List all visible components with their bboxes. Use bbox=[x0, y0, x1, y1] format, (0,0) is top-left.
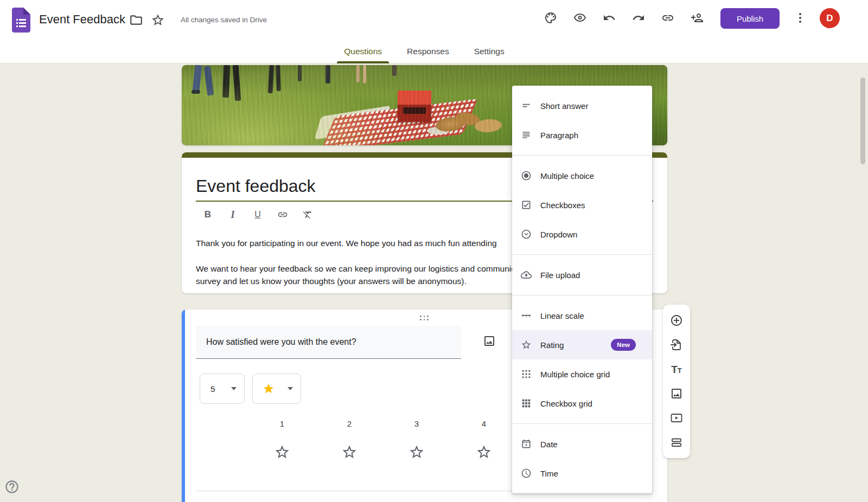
menu-item-multiple-choice[interactable]: Multiple choice bbox=[512, 161, 652, 190]
underline-button[interactable]: U bbox=[252, 208, 263, 221]
redo-button[interactable] bbox=[628, 7, 649, 29]
new-badge: New bbox=[611, 339, 636, 351]
menu-item-checkboxes[interactable]: Checkboxes bbox=[512, 190, 652, 220]
help-icon[interactable] bbox=[4, 479, 20, 494]
import-questions-button[interactable] bbox=[670, 338, 683, 351]
add-collaborators-button[interactable] bbox=[686, 7, 708, 29]
add-circle-icon bbox=[670, 314, 683, 327]
publish-button[interactable]: Publish bbox=[720, 8, 780, 29]
menu-item-label: Time bbox=[540, 469, 558, 478]
chevron-down-icon bbox=[231, 387, 237, 390]
insert-link-button[interactable] bbox=[277, 208, 288, 221]
star-form-icon[interactable] bbox=[151, 13, 165, 27]
menu-item-time[interactable]: Time bbox=[512, 459, 652, 488]
menu-item-checkbox-grid[interactable]: Checkbox grid bbox=[512, 389, 652, 418]
question-title-input[interactable]: How satisfied were you with the event? bbox=[196, 326, 461, 359]
redo-icon bbox=[632, 11, 645, 24]
underline-icon: U bbox=[252, 209, 263, 220]
move-to-folder-icon[interactable] bbox=[129, 13, 143, 27]
form-file-title[interactable]: Event Feedback bbox=[39, 0, 125, 39]
text-title-icon: TT bbox=[670, 363, 683, 376]
menu-item-label: Linear scale bbox=[540, 311, 584, 320]
google-forms-logo-icon[interactable] bbox=[12, 8, 30, 33]
file-upload-icon bbox=[521, 269, 532, 280]
eye-icon bbox=[573, 11, 586, 24]
app-bar: Event Feedback All changes saved in Driv… bbox=[0, 0, 868, 63]
date-icon bbox=[521, 439, 532, 449]
tab-settings[interactable]: Settings bbox=[472, 39, 507, 63]
add-image-button[interactable] bbox=[670, 387, 683, 400]
bold-icon: B bbox=[202, 209, 213, 220]
checkboxes-icon bbox=[521, 199, 532, 210]
rating-icon bbox=[521, 339, 532, 350]
menu-item-paragraph[interactable]: Paragraph bbox=[512, 120, 652, 150]
add-section-button[interactable] bbox=[670, 436, 683, 449]
add-title-description-button[interactable]: TT bbox=[670, 363, 683, 376]
paragraph-icon bbox=[521, 130, 532, 140]
rating-preview-col-4: 4 bbox=[450, 418, 518, 462]
rating-icon-select[interactable] bbox=[252, 374, 301, 404]
rating-number: 2 bbox=[316, 418, 383, 430]
menu-item-multiple-choice-grid[interactable]: Multiple choice grid bbox=[512, 359, 652, 389]
rating-scale-select[interactable]: 5 bbox=[200, 374, 245, 404]
star-outline-icon[interactable] bbox=[274, 444, 290, 460]
rating-number: 4 bbox=[450, 418, 518, 430]
menu-item-label: Rating bbox=[540, 340, 564, 350]
rating-number: 3 bbox=[383, 418, 450, 430]
rating-scale-value: 5 bbox=[210, 384, 215, 394]
preview-button[interactable] bbox=[569, 7, 591, 29]
menu-item-file-upload[interactable]: File upload bbox=[512, 260, 652, 289]
time-icon bbox=[521, 468, 532, 479]
app-bar-actions bbox=[540, 7, 716, 29]
rating-preview-col-2: 2 bbox=[316, 418, 383, 462]
menu-section: DateTime bbox=[512, 423, 652, 493]
checkbox-grid-icon bbox=[521, 398, 532, 409]
add-image-to-question-button[interactable] bbox=[480, 331, 499, 351]
add-question-button[interactable] bbox=[670, 314, 683, 327]
drag-handle[interactable] bbox=[419, 316, 430, 320]
tab-responses[interactable]: Responses bbox=[405, 39, 451, 63]
kebab-icon bbox=[794, 11, 807, 24]
text-format-toolbar: BIU bbox=[202, 208, 313, 222]
menu-section: Short answerParagraph bbox=[512, 86, 652, 155]
multiple-choice-icon bbox=[521, 170, 532, 181]
menu-item-label: File upload bbox=[540, 271, 580, 280]
menu-item-rating[interactable]: RatingNew bbox=[512, 330, 652, 359]
menu-item-label: Multiple choice grid bbox=[540, 370, 610, 379]
copy-link-button[interactable] bbox=[657, 7, 679, 29]
short-answer-icon bbox=[521, 100, 532, 111]
menu-item-dropdown[interactable]: Dropdown bbox=[512, 220, 652, 249]
star-outline-icon[interactable] bbox=[341, 444, 358, 460]
star-filled-icon bbox=[263, 383, 275, 395]
menu-item-label: Paragraph bbox=[540, 131, 578, 140]
form-title-input[interactable]: Event feedback bbox=[196, 174, 316, 198]
menu-item-short-answer[interactable]: Short answer bbox=[512, 91, 652, 120]
star-outline-icon[interactable] bbox=[409, 444, 425, 460]
person-add-icon bbox=[691, 11, 704, 24]
clear-formatting-button[interactable] bbox=[302, 208, 313, 221]
help-circle-icon bbox=[4, 479, 20, 494]
customize-theme-button[interactable] bbox=[540, 7, 561, 29]
star-outline-icon[interactable] bbox=[476, 444, 492, 460]
chevron-down-icon bbox=[288, 387, 293, 390]
linear-scale-icon bbox=[521, 310, 532, 321]
menu-item-label: Date bbox=[540, 440, 558, 449]
italic-button[interactable]: I bbox=[227, 208, 238, 221]
dropdown-icon bbox=[521, 229, 532, 240]
clear-format-icon bbox=[302, 209, 313, 220]
menu-section: Linear scaleRatingNewMultiple choice gri… bbox=[512, 295, 652, 423]
question-type-menu: Short answerParagraphMultiple choiceChec… bbox=[512, 86, 652, 493]
menu-item-date[interactable]: Date bbox=[512, 429, 652, 459]
menu-item-label: Checkbox grid bbox=[540, 399, 592, 408]
more-options-icon[interactable] bbox=[789, 7, 811, 29]
menu-item-linear-scale[interactable]: Linear scale bbox=[512, 301, 652, 330]
tab-questions[interactable]: Questions bbox=[342, 39, 384, 63]
section-icon bbox=[670, 436, 683, 449]
avatar[interactable]: D bbox=[820, 8, 840, 28]
scrollbar[interactable] bbox=[860, 78, 865, 164]
bold-button[interactable]: B bbox=[202, 208, 213, 221]
undo-button[interactable] bbox=[598, 7, 620, 29]
menu-item-label: Checkboxes bbox=[540, 201, 585, 210]
add-video-button[interactable] bbox=[670, 411, 683, 424]
save-status-text: All changes saved in Drive bbox=[181, 0, 267, 39]
